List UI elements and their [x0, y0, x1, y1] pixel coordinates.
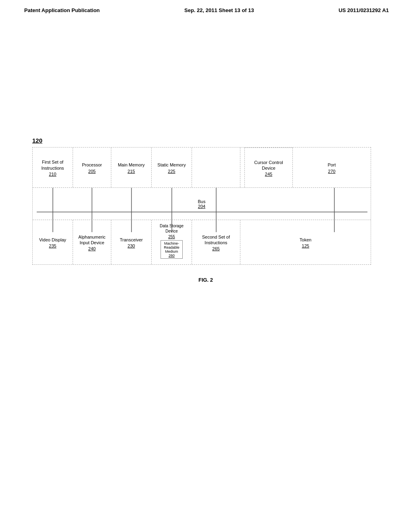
component-transceiver: Transceiver 230: [111, 220, 152, 264]
diagram-box-label: 120: [32, 137, 379, 144]
bus-section: Bus 204: [33, 188, 371, 220]
component-label: Token: [300, 237, 311, 243]
component-number: 225: [168, 169, 175, 174]
bus-label: Bus: [198, 199, 206, 204]
component-second-set-instructions: Second Set ofInstructions 265: [192, 220, 240, 264]
page: Patent Application Publication Sep. 22, …: [0, 0, 413, 532]
component-processor: Processor 205: [73, 148, 111, 187]
component-port: Port 270: [293, 148, 371, 187]
component-token: Token 125: [240, 220, 371, 264]
top-row: First Set ofInstructions 210 Processor 2…: [33, 148, 371, 188]
component-number: 245: [265, 172, 272, 177]
component-label: AlphanumericInput Device: [78, 234, 105, 246]
component-label: Processor: [82, 162, 102, 168]
component-number: 230: [127, 243, 135, 248]
header-left: Patent Application Publication: [24, 7, 100, 13]
component-number: 205: [88, 169, 96, 174]
component-label: Port: [327, 162, 336, 168]
bottom-row: Video Display 235 AlphanumericInput Devi…: [33, 220, 371, 264]
figure-caption: FIG. 2: [32, 277, 379, 283]
component-label: Transceiver: [120, 237, 143, 243]
component-label: Static Memory: [157, 162, 186, 168]
header: Patent Application Publication Sep. 22, …: [0, 0, 413, 13]
component-main-memory: Main Memory 215: [111, 148, 152, 187]
diagram-container: 120: [32, 137, 379, 283]
header-right: US 2011/0231292 A1: [338, 7, 389, 13]
component-number: 125: [302, 243, 309, 248]
component-number: 235: [49, 243, 56, 248]
component-cursor-control-device: Cursor ControlDevice 245: [244, 148, 293, 187]
component-label: Video Display: [39, 237, 66, 243]
bus-number: 204: [198, 204, 205, 209]
component-label: Second Set ofInstructions: [202, 234, 230, 246]
component-label: Main Memory: [118, 162, 145, 168]
component-number: 210: [49, 172, 56, 177]
component-label: Cursor ControlDevice: [254, 160, 283, 171]
component-number: 265: [212, 246, 219, 251]
component-video-display: Video Display 235: [33, 220, 73, 264]
component-cursor-control: [192, 148, 240, 187]
header-center: Sep. 22, 2011 Sheet 13 of 13: [184, 7, 254, 13]
component-number: 240: [88, 246, 96, 251]
component-number: 270: [328, 169, 335, 174]
component-label: First Set ofInstructions: [41, 159, 64, 171]
component-data-storage: Data StorageDevice 255 Machine-ReadableM…: [152, 220, 192, 264]
component-static-memory: Static Memory 225: [152, 148, 192, 187]
component-alphanumeric-input: AlphanumericInput Device 240: [73, 220, 111, 264]
component-number: 215: [127, 169, 135, 174]
component-first-set-instructions: First Set ofInstructions 210: [33, 148, 73, 187]
main-diagram-box: First Set ofInstructions 210 Processor 2…: [32, 147, 371, 265]
